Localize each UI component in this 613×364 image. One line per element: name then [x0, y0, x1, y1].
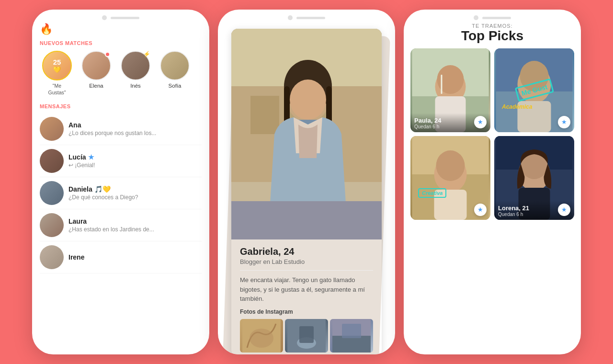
matches-row: 25 💛 "MeGustas" Elena ⚡	[40, 51, 202, 96]
phone-2-notch	[218, 10, 395, 23]
messages-section-label: MENSAJES	[40, 103, 202, 109]
profile-name-age: Gabriela, 24	[240, 246, 373, 257]
lucia-info: Lucía ★ ↩ ¡Genial!	[68, 153, 202, 169]
instagram-photo-1[interactable]	[240, 319, 283, 353]
match-ines[interactable]: ⚡ Inés	[118, 51, 153, 89]
svg-point-13	[250, 329, 273, 348]
top-picks-title: Top Picks	[410, 29, 574, 44]
speaker-bar	[111, 17, 139, 19]
profile-card-stack: Gabriela, 24 Blogger en Lab Estudio Me e…	[224, 29, 389, 354]
tinder-logo: 🔥	[40, 23, 202, 35]
profile-bio: Me encanta viajar. Tengo un gato llamado…	[240, 270, 373, 304]
ines-name: Inés	[130, 83, 141, 89]
match-elena[interactable]: Elena	[79, 51, 114, 89]
pick-card-academic[interactable]: Me Gust Académica ★	[494, 48, 574, 132]
profile-photo	[231, 29, 382, 239]
top-picks-header: TE TRAEMOS: Top Picks	[410, 23, 574, 44]
svg-point-34	[436, 150, 465, 181]
likes-heart-icon: 💛	[53, 66, 61, 73]
instagram-photo-2[interactable]	[285, 319, 328, 353]
lucia-avatar	[40, 149, 64, 173]
instagram-grid	[240, 319, 373, 353]
svg-rect-3	[250, 96, 279, 134]
message-ana[interactable]: Ana ¿Lo dices porque nos gustan los...	[40, 113, 202, 145]
profile-name: Gabriela	[240, 246, 278, 257]
insta-3-svg	[330, 319, 373, 353]
instagram-label: Fotos de Instagram	[240, 308, 373, 315]
lorena-star[interactable]: ★	[558, 204, 570, 216]
pick-card-paula[interactable]: Paula, 24 Quedan 6 h ★	[410, 48, 490, 132]
ines-bolt-icon: ⚡	[143, 51, 150, 57]
laura-preview: ¿Has estado en los Jardines de...	[68, 226, 202, 233]
likes-count: 25	[53, 58, 61, 66]
ana-info: Ana ¿Lo dices porque nos gustan los...	[68, 121, 202, 136]
ana-name: Ana	[68, 121, 202, 129]
phone-2-content: Gabriela, 24 Blogger en Lab Estudio Me e…	[218, 23, 395, 354]
insta-2-svg	[285, 319, 328, 353]
insta-1-svg	[240, 319, 283, 353]
ana-preview: ¿Lo dices porque nos gustan los...	[68, 130, 202, 136]
laura-info: Laura ¿Has estado en los Jardines de...	[68, 217, 202, 233]
elena-name: Elena	[89, 83, 103, 89]
message-irene[interactable]: Irene	[40, 241, 202, 273]
pick-card-lorena[interactable]: Lorena, 21 Quedan 6 h ★	[494, 136, 574, 220]
likes-avatar-wrap: 25 💛	[42, 51, 72, 80]
lucia-preview: ↩ ¡Genial!	[68, 162, 202, 169]
svg-rect-11	[231, 201, 382, 239]
creativa-star[interactable]: ★	[474, 204, 487, 216]
lorena-star-icon: ★	[561, 206, 567, 213]
svg-rect-16	[299, 326, 314, 343]
svg-point-10	[290, 80, 326, 120]
lucia-name: Lucía ★	[68, 153, 202, 161]
camera-dot-2	[288, 15, 293, 20]
profile-photo-svg	[231, 29, 382, 239]
sofia-avatar-wrap	[160, 51, 190, 80]
speaker-bar-3	[482, 17, 511, 19]
profile-age: 24	[284, 246, 294, 257]
laura-avatar	[40, 213, 64, 237]
message-lucia[interactable]: Lucía ★ ↩ ¡Genial!	[40, 145, 202, 177]
likes-item[interactable]: 25 💛 "MeGustas"	[40, 51, 74, 96]
paula-star[interactable]: ★	[474, 116, 487, 128]
phone-1-content: 🔥 NUEVOS MATCHES 25 💛 "MeGustas"	[32, 23, 209, 354]
message-daniela[interactable]: Daniela 🎵💛 ¿De qué conoces a Diego?	[40, 177, 202, 209]
creativa-badge: Creativa	[418, 188, 446, 198]
camera-dot-3	[474, 15, 478, 20]
ines-avatar-wrap: ⚡	[121, 51, 150, 80]
phone-3-notch	[404, 10, 581, 23]
picks-grid: Paula, 24 Quedan 6 h ★ Me Gust	[410, 48, 574, 220]
daniela-emoji: 🎵💛	[94, 185, 111, 193]
phone-3-content: TE TRAEMOS: Top Picks Paula, 24 Quedan 6…	[404, 23, 581, 354]
phone-2: Gabriela, 24 Blogger en Lab Estudio Me e…	[218, 10, 395, 354]
match-sofia[interactable]: Sofía	[158, 51, 192, 89]
profile-job: Blogger en Lab Estudio	[240, 258, 373, 265]
academic-star[interactable]: ★	[558, 116, 570, 128]
camera-dot	[102, 15, 107, 20]
creativa-star-icon: ★	[477, 206, 483, 213]
daniela-name: Daniela 🎵💛	[68, 185, 202, 193]
svg-rect-25	[441, 75, 443, 94]
laura-name: Laura	[68, 217, 202, 225]
instagram-photo-3[interactable]	[330, 319, 373, 353]
new-matches-label: NUEVOS MATCHES	[40, 40, 202, 46]
ana-avatar	[40, 117, 64, 141]
pick-card-creativa[interactable]: Creativa ★	[410, 136, 490, 220]
academic-star-icon: ★	[561, 118, 567, 125]
elena-online-dot	[105, 52, 110, 57]
elena-avatar-wrap	[81, 51, 111, 80]
likes-label: "MeGustas"	[48, 83, 66, 96]
lucia-star-icon: ★	[88, 153, 94, 161]
phone-1-notch	[32, 10, 209, 23]
profile-card[interactable]: Gabriela, 24 Blogger en Lab Estudio Me e…	[231, 29, 382, 354]
likes-avatar: 25 💛	[42, 51, 72, 80]
sofia-name: Sofía	[169, 83, 182, 89]
daniela-preview: ¿De qué conoces a Diego?	[68, 194, 202, 201]
sofia-avatar	[160, 51, 190, 80]
phone-1: 🔥 NUEVOS MATCHES 25 💛 "MeGustas"	[32, 10, 209, 354]
message-laura[interactable]: Laura ¿Has estado en los Jardines de...	[40, 209, 202, 241]
profile-comma: ,	[278, 246, 284, 257]
profile-info: Gabriela, 24 Blogger en Lab Estudio Me e…	[231, 239, 382, 354]
irene-avatar	[40, 245, 64, 269]
svg-rect-18	[332, 336, 371, 353]
academic-badge: Académica	[502, 103, 532, 110]
